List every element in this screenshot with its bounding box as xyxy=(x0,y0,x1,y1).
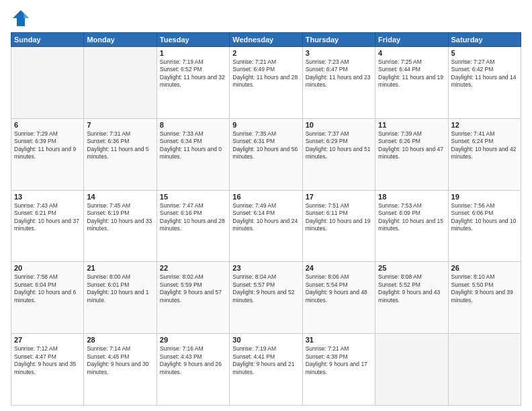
calendar-day-cell: 14Sunrise: 7:45 AM Sunset: 6:19 PM Dayli… xyxy=(84,190,157,262)
day-info: Sunrise: 8:08 AM Sunset: 5:52 PM Dayligh… xyxy=(378,273,445,304)
day-number: 31 xyxy=(306,336,372,344)
day-info: Sunrise: 7:12 AM Sunset: 4:47 PM Dayligh… xyxy=(14,345,81,376)
calendar-day-cell: 22Sunrise: 8:02 AM Sunset: 5:59 PM Dayli… xyxy=(157,262,229,334)
day-info: Sunrise: 7:29 AM Sunset: 6:39 PM Dayligh… xyxy=(14,130,81,161)
day-number: 13 xyxy=(14,193,81,201)
day-info: Sunrise: 7:19 AM Sunset: 6:52 PM Dayligh… xyxy=(160,58,226,89)
calendar-day-cell: 30Sunrise: 7:19 AM Sunset: 4:41 PM Dayli… xyxy=(230,334,302,406)
day-header: Monday xyxy=(84,33,157,47)
day-header: Tuesday xyxy=(157,33,229,47)
calendar-day-cell xyxy=(84,47,157,119)
day-number: 27 xyxy=(14,336,81,344)
day-info: Sunrise: 7:53 AM Sunset: 6:09 PM Dayligh… xyxy=(378,202,445,233)
day-number: 19 xyxy=(451,193,518,201)
calendar-day-cell xyxy=(448,334,521,406)
logo xyxy=(11,8,34,28)
day-info: Sunrise: 7:33 AM Sunset: 6:34 PM Dayligh… xyxy=(160,130,226,161)
day-number: 5 xyxy=(451,49,518,57)
day-number: 23 xyxy=(232,264,299,272)
calendar-day-cell: 4Sunrise: 7:25 AM Sunset: 6:44 PM Daylig… xyxy=(375,47,448,119)
calendar-week-row: 6Sunrise: 7:29 AM Sunset: 6:39 PM Daylig… xyxy=(11,118,521,190)
calendar-day-cell: 11Sunrise: 7:39 AM Sunset: 6:26 PM Dayli… xyxy=(375,118,448,190)
day-info: Sunrise: 7:58 AM Sunset: 6:04 PM Dayligh… xyxy=(14,273,81,304)
day-number: 21 xyxy=(87,264,153,272)
calendar-day-cell: 18Sunrise: 7:53 AM Sunset: 6:09 PM Dayli… xyxy=(375,190,448,262)
day-number: 3 xyxy=(306,49,372,57)
calendar-day-cell: 3Sunrise: 7:23 AM Sunset: 6:47 PM Daylig… xyxy=(302,47,375,119)
calendar-day-cell: 26Sunrise: 8:10 AM Sunset: 5:50 PM Dayli… xyxy=(448,262,521,334)
calendar-day-cell: 19Sunrise: 7:56 AM Sunset: 6:06 PM Dayli… xyxy=(448,190,521,262)
day-info: Sunrise: 7:39 AM Sunset: 6:26 PM Dayligh… xyxy=(378,130,445,161)
calendar-day-cell: 21Sunrise: 8:00 AM Sunset: 6:01 PM Dayli… xyxy=(84,262,157,334)
calendar-day-cell: 15Sunrise: 7:47 AM Sunset: 6:16 PM Dayli… xyxy=(157,190,229,262)
day-info: Sunrise: 8:06 AM Sunset: 5:54 PM Dayligh… xyxy=(306,273,372,304)
calendar-week-row: 20Sunrise: 7:58 AM Sunset: 6:04 PM Dayli… xyxy=(11,262,521,334)
day-info: Sunrise: 7:51 AM Sunset: 6:11 PM Dayligh… xyxy=(306,202,372,233)
day-header: Thursday xyxy=(302,33,375,47)
calendar-day-cell: 7Sunrise: 7:31 AM Sunset: 6:36 PM Daylig… xyxy=(84,118,157,190)
day-number: 15 xyxy=(160,193,226,201)
day-header: Saturday xyxy=(448,33,521,47)
calendar-day-cell: 23Sunrise: 8:04 AM Sunset: 5:57 PM Dayli… xyxy=(230,262,302,334)
day-info: Sunrise: 7:56 AM Sunset: 6:06 PM Dayligh… xyxy=(451,202,518,233)
calendar-day-cell: 27Sunrise: 7:12 AM Sunset: 4:47 PM Dayli… xyxy=(11,334,84,406)
day-info: Sunrise: 7:27 AM Sunset: 6:42 PM Dayligh… xyxy=(451,58,518,89)
day-number: 2 xyxy=(232,49,299,57)
day-number: 1 xyxy=(160,49,226,57)
day-number: 25 xyxy=(378,264,445,272)
day-number: 30 xyxy=(232,336,299,344)
calendar-day-cell: 20Sunrise: 7:58 AM Sunset: 6:04 PM Dayli… xyxy=(11,262,84,334)
calendar-week-row: 13Sunrise: 7:43 AM Sunset: 6:21 PM Dayli… xyxy=(11,190,521,262)
calendar-day-cell: 12Sunrise: 7:41 AM Sunset: 6:24 PM Dayli… xyxy=(448,118,521,190)
day-info: Sunrise: 8:04 AM Sunset: 5:57 PM Dayligh… xyxy=(232,273,299,304)
day-number: 10 xyxy=(306,121,372,129)
calendar-day-cell xyxy=(375,334,448,406)
day-number: 9 xyxy=(232,121,299,129)
calendar-week-row: 27Sunrise: 7:12 AM Sunset: 4:47 PM Dayli… xyxy=(11,334,521,406)
calendar-day-cell: 10Sunrise: 7:37 AM Sunset: 6:29 PM Dayli… xyxy=(302,118,375,190)
day-info: Sunrise: 7:45 AM Sunset: 6:19 PM Dayligh… xyxy=(87,202,153,233)
calendar-day-cell: 25Sunrise: 8:08 AM Sunset: 5:52 PM Dayli… xyxy=(375,262,448,334)
day-info: Sunrise: 7:35 AM Sunset: 6:31 PM Dayligh… xyxy=(232,130,299,161)
calendar-day-cell: 29Sunrise: 7:16 AM Sunset: 4:43 PM Dayli… xyxy=(157,334,229,406)
calendar-day-cell: 2Sunrise: 7:21 AM Sunset: 6:49 PM Daylig… xyxy=(230,47,302,119)
calendar-day-cell: 8Sunrise: 7:33 AM Sunset: 6:34 PM Daylig… xyxy=(157,118,229,190)
day-info: Sunrise: 7:49 AM Sunset: 6:14 PM Dayligh… xyxy=(232,202,299,233)
day-number: 6 xyxy=(14,121,81,129)
day-number: 4 xyxy=(378,49,445,57)
calendar-day-cell xyxy=(11,47,84,119)
day-info: Sunrise: 7:19 AM Sunset: 4:41 PM Dayligh… xyxy=(232,345,299,376)
day-number: 18 xyxy=(378,193,445,201)
calendar-day-cell: 28Sunrise: 7:14 AM Sunset: 4:45 PM Dayli… xyxy=(84,334,157,406)
day-number: 17 xyxy=(306,193,372,201)
calendar-day-cell: 16Sunrise: 7:49 AM Sunset: 6:14 PM Dayli… xyxy=(230,190,302,262)
day-info: Sunrise: 7:14 AM Sunset: 4:45 PM Dayligh… xyxy=(87,345,153,376)
day-header: Sunday xyxy=(11,33,84,47)
calendar-day-cell: 17Sunrise: 7:51 AM Sunset: 6:11 PM Dayli… xyxy=(302,190,375,262)
calendar-day-cell: 31Sunrise: 7:21 AM Sunset: 4:38 PM Dayli… xyxy=(302,334,375,406)
day-info: Sunrise: 7:16 AM Sunset: 4:43 PM Dayligh… xyxy=(160,345,226,376)
day-number: 14 xyxy=(87,193,153,201)
day-info: Sunrise: 7:37 AM Sunset: 6:29 PM Dayligh… xyxy=(306,130,372,161)
calendar-day-cell: 1Sunrise: 7:19 AM Sunset: 6:52 PM Daylig… xyxy=(157,47,229,119)
calendar-day-cell: 24Sunrise: 8:06 AM Sunset: 5:54 PM Dayli… xyxy=(302,262,375,334)
calendar-week-row: 1Sunrise: 7:19 AM Sunset: 6:52 PM Daylig… xyxy=(11,47,521,119)
calendar-day-cell: 9Sunrise: 7:35 AM Sunset: 6:31 PM Daylig… xyxy=(230,118,302,190)
day-number: 29 xyxy=(160,336,226,344)
day-number: 8 xyxy=(160,121,226,129)
calendar-day-cell: 6Sunrise: 7:29 AM Sunset: 6:39 PM Daylig… xyxy=(11,118,84,190)
day-info: Sunrise: 7:43 AM Sunset: 6:21 PM Dayligh… xyxy=(14,202,81,233)
day-info: Sunrise: 7:21 AM Sunset: 6:49 PM Dayligh… xyxy=(232,58,299,89)
calendar-day-cell: 5Sunrise: 7:27 AM Sunset: 6:42 PM Daylig… xyxy=(448,47,521,119)
day-number: 28 xyxy=(87,336,153,344)
page: SundayMondayTuesdayWednesdayThursdayFrid… xyxy=(0,0,532,411)
day-info: Sunrise: 7:21 AM Sunset: 4:38 PM Dayligh… xyxy=(306,345,372,376)
day-number: 12 xyxy=(451,121,518,129)
day-number: 24 xyxy=(306,264,372,272)
day-number: 26 xyxy=(451,264,518,272)
calendar-header-row: SundayMondayTuesdayWednesdayThursdayFrid… xyxy=(11,33,521,47)
day-info: Sunrise: 7:47 AM Sunset: 6:16 PM Dayligh… xyxy=(160,202,226,233)
day-number: 16 xyxy=(232,193,299,201)
day-number: 22 xyxy=(160,264,226,272)
day-header: Friday xyxy=(375,33,448,47)
